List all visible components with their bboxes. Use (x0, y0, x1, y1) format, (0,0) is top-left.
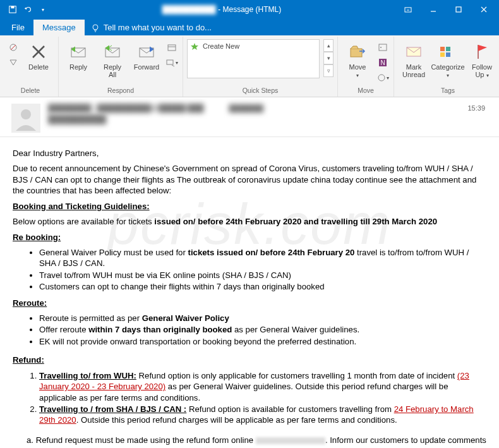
window-title: ██████████ - Message (HTML) (48, 5, 395, 14)
group-delete: Delete Delete (3, 37, 59, 97)
lightbulb-icon (91, 23, 100, 32)
rules-button[interactable] (376, 40, 390, 54)
svg-rect-28 (446, 47, 450, 51)
group-tags: Mark Unread Categorize▾ Follow Up ▾ Tags (394, 37, 499, 97)
title-obscured: ██████████ (162, 5, 216, 14)
gallery-down-button[interactable]: ▾ (323, 52, 334, 64)
move-button[interactable]: Move▾ (342, 39, 373, 82)
options-line: Below options are available for tickets … (13, 216, 486, 227)
message-time: 15:39 (467, 104, 488, 112)
qat-dropdown-icon[interactable]: ▾ (38, 4, 48, 15)
from-obscured: ████████ · ██████████@█████.███ (48, 104, 204, 112)
list-item: Travelling to/ from WUH: Refund option i… (39, 370, 486, 403)
reply-all-icon (102, 42, 123, 62)
gallery-more-button[interactable]: ▿ (323, 64, 334, 77)
svg-point-25 (378, 75, 385, 81)
svg-line-11 (11, 45, 16, 50)
svg-rect-19 (167, 60, 173, 64)
list-item: Travelling to / from SHA / BJS / CAN : R… (39, 404, 486, 426)
follow-up-button[interactable]: Follow Up ▾ (466, 39, 498, 82)
forward-icon (136, 42, 157, 62)
list-item: EK will not provide onward transportatio… (39, 336, 486, 347)
onenote-button[interactable]: N (376, 56, 390, 70)
svg-rect-20 (351, 49, 362, 57)
reply-icon (68, 42, 88, 62)
subject-obscured: ██████████ (48, 114, 106, 124)
reply-button[interactable]: Reply (63, 39, 94, 73)
svg-point-40 (21, 109, 31, 119)
tell-me-label: Tell me what you want to do... (104, 23, 212, 32)
quick-steps-gallery[interactable]: Create New (187, 39, 320, 78)
star-icon (190, 42, 199, 51)
move-icon (347, 42, 368, 62)
list-item: Travel to/from WUH must be via EK online… (39, 270, 486, 281)
obscured-link (256, 437, 325, 444)
flag-icon (472, 42, 492, 62)
ribbon-display-button[interactable] (395, 0, 421, 19)
svg-point-22 (380, 47, 382, 48)
svg-rect-30 (446, 52, 450, 57)
note-a: a. Refund request must be made using the… (27, 435, 486, 448)
more-respond-button[interactable]: ▾ (165, 56, 179, 70)
tell-me-search[interactable]: Tell me what you want to do... (85, 20, 218, 35)
avatar (11, 104, 40, 133)
window-buttons (395, 0, 496, 19)
reply-all-button[interactable]: Reply All (97, 39, 128, 81)
group-quick-steps: Create New ▴ ▾ ▿ Quick Steps (183, 37, 338, 97)
svg-rect-29 (440, 52, 445, 57)
meeting-button[interactable] (165, 40, 179, 54)
message-body: Dear Industry Partners, Due to recent an… (0, 137, 499, 448)
list-item: General Waiver Policy must be used for t… (39, 247, 486, 269)
reroute-list: Reroute is permitted as per General Waiv… (39, 313, 486, 347)
svg-rect-4 (456, 7, 461, 12)
message-header: ████████ · ██████████@█████.███ ███████ … (0, 97, 499, 137)
list-item: Customers can opt to change their flight… (39, 281, 486, 292)
heading-refund: Refund: (13, 355, 44, 365)
svg-rect-17 (168, 45, 176, 51)
titlebar: ▾ ██████████ - Message (HTML) (0, 0, 499, 19)
maximize-button[interactable] (446, 0, 471, 19)
svg-rect-21 (379, 44, 387, 51)
svg-rect-27 (440, 47, 445, 51)
tab-file[interactable]: File (3, 20, 33, 35)
gallery-up-button[interactable]: ▴ (323, 39, 334, 52)
close-button[interactable] (471, 0, 496, 19)
junk-button[interactable] (6, 56, 20, 70)
ignore-button[interactable] (6, 40, 20, 54)
heading-booking: Booking and Ticketing Guidelines: (13, 202, 150, 211)
ribbon: Delete Delete Reply Reply All Forward ▾ (0, 35, 499, 97)
minimize-button[interactable] (421, 0, 446, 19)
refund-list: Travelling to/ from WUH: Refund option i… (39, 370, 486, 426)
list-item: Offer reroute within 7 days than origina… (39, 324, 486, 335)
quick-access-toolbar: ▾ (3, 4, 48, 15)
svg-text:N: N (380, 59, 385, 66)
mark-unread-button[interactable]: Mark Unread (398, 39, 430, 81)
categorize-icon (438, 42, 458, 62)
delete-icon (28, 42, 49, 62)
delete-button[interactable]: Delete (23, 39, 54, 73)
tab-message[interactable]: Message (33, 20, 85, 35)
rebooking-list: General Waiver Policy must be used for t… (39, 247, 486, 293)
actions-button[interactable]: ▾ (376, 71, 390, 85)
heading-reroute: Reroute: (13, 298, 47, 308)
heading-rebooking: Re booking: (13, 233, 61, 242)
undo-icon[interactable] (23, 4, 33, 15)
categorize-button[interactable]: Categorize▾ (432, 39, 464, 82)
svg-rect-1 (11, 6, 14, 9)
group-respond: Reply Reply All Forward ▾ Respond (59, 37, 183, 97)
to-obscured: ███████ (229, 104, 264, 112)
svg-point-7 (93, 25, 98, 30)
list-item: Reroute is permitted as per General Waiv… (39, 313, 486, 324)
intro-paragraph: Due to recent announcement by Chinese's … (13, 163, 486, 196)
mark-unread-icon (404, 42, 424, 62)
forward-button[interactable]: Forward (131, 39, 162, 73)
save-icon[interactable] (8, 4, 18, 15)
ribbon-tabs: File Message Tell me what you want to do… (0, 19, 499, 35)
greeting: Dear Industry Partners, (13, 148, 486, 159)
group-move: Move▾ N ▾ Move (338, 37, 394, 97)
